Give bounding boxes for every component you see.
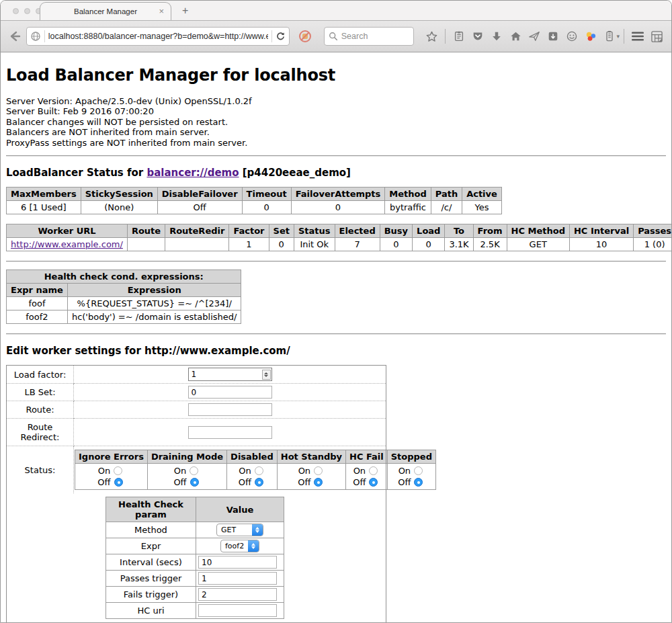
hc-interval-label: Interval (secs) [106,554,196,571]
browser-window: Balancer Manager × + [0,0,672,623]
cell-path: /c/ [431,201,462,214]
select-stepper-icon [252,524,263,536]
reload-icon[interactable] [276,32,286,42]
heading-prefix: LoadBalancer Status for [6,167,146,179]
disabled-on-radio[interactable] [255,466,263,475]
draining-mode-off-radio[interactable] [190,478,199,487]
extension-colordots-icon[interactable] [581,27,600,46]
hc-interval-input[interactable] [198,556,277,569]
reading-list-icon[interactable] [450,27,468,46]
cell-routeredir [165,238,229,251]
radio-off-label: Off [97,477,110,487]
url-bar[interactable] [26,27,290,46]
send-page-icon[interactable] [525,27,544,46]
col-stopped: Stopped [387,450,435,464]
tab-balancer-manager[interactable]: Balancer Manager × [40,2,171,20]
radio-on-label: On [398,466,411,476]
col-active: Active [462,188,502,201]
globe-icon [30,31,41,42]
hc-row-passes: Passes trigger [106,571,284,587]
search-input[interactable] [341,32,409,41]
hc-fail-off-radio[interactable] [369,478,378,487]
hc-header-row: Health Check param Value [106,497,284,522]
new-tab-button[interactable]: + [182,5,188,20]
back-button[interactable] [6,28,24,45]
hot-standby-on-radio[interactable] [314,466,323,475]
col-maxmembers: MaxMembers [7,188,81,201]
cell-maxmembers: 6 [1 Used] [7,201,81,214]
close-window-button[interactable] [13,8,19,14]
route-redirect-input[interactable] [188,426,272,439]
hc-expr-label: Expr [106,538,196,554]
bookmark-star-icon[interactable] [422,27,441,46]
col-load: Load [413,224,445,238]
radio-on-label: On [174,466,186,476]
cell-route [127,238,165,251]
radio-off-label: Off [398,477,411,487]
stopped-on-radio[interactable] [414,466,423,475]
tab-bar: Balancer Manager × + [1,1,671,21]
hc-passes-input[interactable] [198,572,277,585]
navigation-toolbar: ▾ [1,21,671,52]
plugin-blocked-icon[interactable] [296,27,314,46]
number-spinner-icon[interactable] [262,370,271,380]
col-failoverattempts: FailoverAttempts [291,188,385,201]
route-input[interactable] [188,403,272,416]
edit-worker-form: Load factor: 1 LB Set: Route: Route Redi… [6,365,386,623]
lb-set-input[interactable] [188,386,272,399]
disabled-radios: On Off [227,464,278,490]
hc-row-expr: Expr foof2 [106,538,284,554]
hc-fail-on-radio[interactable] [369,466,378,475]
cell-method: bytraffic [385,201,431,214]
cell-worker-url: http://www.example.com/ [7,238,128,251]
feedback-smiley-icon[interactable] [562,27,581,46]
menu-hamburger-icon[interactable] [628,27,647,46]
col-draining-mode: Draining Mode [147,450,226,464]
balancer-status-table: MaxMembers StickySession DisableFailover… [6,187,502,214]
status-label: Status: [7,446,74,494]
tab-groups-icon[interactable] [647,27,666,46]
chevron-down-icon[interactable]: ▾ [616,33,620,40]
col-to: To [445,224,473,238]
window-controls [13,8,42,14]
home-icon[interactable] [506,27,525,46]
hc-fails-input[interactable] [198,588,277,601]
form-row-hc-params: Health Check param Value Method GET [7,493,386,623]
balancer-demo-link[interactable]: balancer://demo [146,167,239,179]
pocket-icon[interactable] [468,27,487,46]
toolbar-separator [445,29,446,44]
col-hc-param: Health Check param [106,497,196,522]
hc-uri-input[interactable] [198,604,277,617]
table-row: foof2 hc('body') =~ /domain is establish… [7,310,241,324]
col-hc-value: Value [196,497,284,522]
worker-row: http://www.example.com/ 1 0 Init Ok 7 0 … [7,238,672,251]
col-ignore-errors: Ignore Errors [75,450,148,464]
draining-mode-on-radio[interactable] [190,466,198,475]
hc-expr-select[interactable]: foof2 [220,540,259,552]
cell-to: 3.1K [445,238,473,251]
cell-expr-name: foof2 [7,310,68,324]
cell-stickysession: (None) [81,201,157,214]
section-divider [6,261,666,262]
url-input[interactable] [48,32,268,41]
tab-close-icon[interactable]: × [159,6,164,16]
form-row-route: Route: [7,401,386,419]
radio-on-label: On [98,466,110,476]
cell-from: 2.5K [473,238,507,251]
load-factor-input[interactable]: 1 [188,368,272,381]
worker-url-link[interactable]: http://www.example.com/ [11,239,123,249]
hot-standby-off-radio[interactable] [314,478,323,487]
disabled-off-radio[interactable] [255,478,263,487]
search-bar[interactable] [324,27,415,46]
save-to-panel-icon[interactable] [544,27,562,46]
radio-off-label: Off [173,477,186,487]
ignore-errors-on-radio[interactable] [114,466,122,475]
ignore-errors-off-radio[interactable] [114,478,123,487]
toolbar-separator [624,29,624,44]
stopped-off-radio[interactable] [414,478,423,487]
downloads-icon[interactable] [487,27,506,46]
minimize-window-button[interactable] [24,8,30,14]
cell-failoverattempts: 0 [291,201,385,214]
hc-uri-label: HC uri [106,603,196,619]
hc-method-select[interactable]: GET [216,524,263,536]
